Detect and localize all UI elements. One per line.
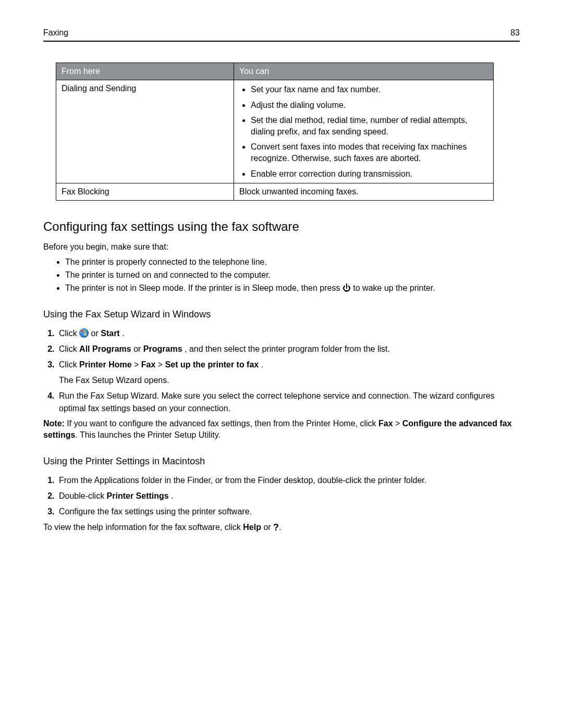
text: > (158, 360, 165, 369)
bold: Fax (378, 419, 393, 428)
windows-start-icon (79, 328, 89, 338)
text: . (122, 329, 124, 338)
text: The printer is not in Sleep mode. If the… (65, 283, 342, 292)
list-item: Set the dial method, redial time, number… (251, 115, 488, 137)
step-2: Double-click Printer Settings . (57, 490, 520, 502)
bold: All Programs (79, 344, 131, 353)
text: Click (59, 329, 79, 338)
step-4: Run the Fax Setup Wizard. Make sure you … (57, 390, 520, 415)
table-row: Fax Blocking Block unwanted incoming fax… (56, 183, 494, 201)
step-1: From the Applications folder in the Find… (57, 474, 520, 487)
list-item: Set your fax name and fax number. (251, 84, 488, 95)
text: , and then select the printer program fo… (185, 344, 390, 353)
text: to wake up the printer. (351, 283, 435, 292)
row2-desc: Block unwanted incoming faxes. (234, 183, 494, 201)
list-item: Convert sent faxes into modes that recei… (251, 141, 488, 164)
page: Faxing 83 From here You can Dialing and … (0, 0, 563, 728)
start-label: Start (101, 329, 119, 338)
mac-subheading: Using the Printer Settings in Macintosh (43, 456, 520, 467)
row2-label: Fax Blocking (56, 183, 234, 201)
row1-label: Dialing and Sending (56, 80, 234, 183)
question-mark-icon: ? (273, 521, 279, 534)
text: . (171, 491, 173, 500)
text: or (91, 329, 101, 338)
step-1: Click or Start . (57, 327, 520, 340)
text: . (279, 523, 281, 532)
text: . (261, 360, 263, 369)
note: Note: If you want to configure the advan… (43, 418, 520, 441)
intro-text: Before you begin, make sure that: (43, 241, 520, 253)
help-line: To view the help information for the fax… (43, 521, 520, 534)
text: Click (59, 344, 79, 353)
list-item: The printer is not in Sleep mode. If the… (65, 282, 520, 294)
bold: Printer Home (79, 360, 131, 369)
col-from-here: From here (56, 63, 234, 80)
list-item: The printer is properly connected to the… (65, 256, 520, 268)
prerequisites-list: The printer is properly connected to the… (43, 256, 520, 294)
table-row: Dialing and Sending Set your fax name an… (56, 80, 494, 183)
bold: Fax (141, 360, 156, 369)
list-item: Enable error correction during transmiss… (251, 168, 488, 180)
running-header: Faxing 83 (43, 28, 520, 42)
col-you-can: You can (234, 63, 494, 80)
note-label: Note: (43, 419, 65, 428)
step-3: Click Printer Home > Fax > Set up the pr… (57, 359, 520, 387)
list-item: The printer is turned on and connected t… (65, 269, 520, 281)
text: or (133, 344, 143, 353)
text: If you want to configure the advanced fa… (65, 419, 378, 428)
mac-steps: From the Applications folder in the Find… (43, 474, 520, 518)
windows-steps: Click or Start . Click All Programs or P… (43, 327, 520, 415)
text: or (261, 523, 273, 532)
text: . This launches the Printer Setup Utilit… (75, 430, 221, 439)
text: > (393, 419, 402, 428)
list-item: Adjust the dialing volume. (251, 100, 488, 111)
help-label: Help (243, 523, 261, 532)
section-name: Faxing (43, 28, 68, 38)
power-icon: ⏻ (342, 283, 351, 292)
section-heading: Configuring fax settings using the fax s… (43, 219, 520, 234)
step-3: Configure the fax settings using the pri… (57, 505, 520, 518)
step-3-sub: The Fax Setup Wizard opens. (59, 374, 520, 387)
bold: Set up the printer to fax (165, 360, 259, 369)
options-table: From here You can Dialing and Sending Se… (56, 63, 494, 201)
text: To view the help information for the fax… (43, 523, 243, 532)
bold: Printer Settings (107, 491, 169, 500)
page-content: From here You can Dialing and Sending Se… (43, 42, 520, 534)
page-number: 83 (510, 28, 520, 38)
text: Click (59, 360, 79, 369)
bold: Programs (143, 344, 182, 353)
windows-subheading: Using the Fax Setup Wizard in Windows (43, 309, 520, 320)
step-2: Click All Programs or Programs , and the… (57, 343, 520, 355)
row1-list: Set your fax name and fax number. Adjust… (239, 84, 488, 179)
table-header-row: From here You can (56, 63, 494, 80)
text: Double-click (59, 491, 107, 500)
row1-desc: Set your fax name and fax number. Adjust… (234, 80, 494, 183)
text: > (134, 360, 141, 369)
